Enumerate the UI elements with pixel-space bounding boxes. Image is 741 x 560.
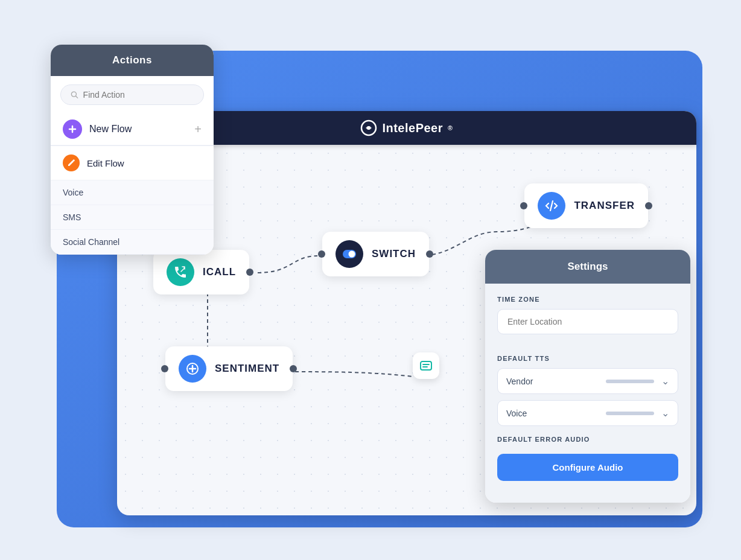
main-scene: IntelePeer® TRANSFER [39,33,702,527]
vendor-label: Vendor [506,377,606,386]
actions-header: Actions [51,45,214,76]
logo-text: IntelePeer [382,121,443,135]
timezone-section: TIME ZONE [497,296,678,345]
switch-icon [336,240,363,268]
new-flow-plus-icon[interactable]: + [194,122,202,136]
sentiment-icon [179,355,206,383]
voice-label: Voice [506,409,606,418]
menu-item-social[interactable]: Social Channel [51,230,214,255]
edit-flow-row[interactable]: Edit Flow [51,146,214,180]
transfer-icon [538,192,565,220]
new-flow-icon [63,119,82,139]
vendor-bar [606,380,654,383]
small-node[interactable] [413,352,439,379]
switch-node[interactable]: SWITCH [322,232,429,276]
svg-point-1 [367,126,370,130]
settings-title: Settings [567,261,608,272]
edit-flow-icon [63,154,80,171]
search-input[interactable] [83,90,194,100]
header-logo: IntelePeer® [360,119,453,136]
icall-label: ICALL [203,266,236,278]
svg-line-11 [76,96,78,98]
settings-body: TIME ZONE DEFAULT TTS Vendor ⌄ Voice ⌄ D… [485,284,690,503]
sentiment-dot-right [290,365,297,372]
switch-dot-left [318,250,325,258]
settings-panel: Settings TIME ZONE DEFAULT TTS Vendor ⌄ … [485,250,690,503]
voice-bar [606,412,654,415]
actions-panel: Actions New Flow + Edit Flow Voice [51,45,214,255]
vendor-select-row[interactable]: Vendor ⌄ [497,368,678,394]
tts-label: DEFAULT TTS [497,355,678,362]
transfer-dot-left [520,202,527,209]
switch-label: SWITCH [372,248,416,260]
vendor-chevron-icon: ⌄ [661,375,669,387]
edit-flow-label: Edit Flow [87,158,124,168]
menu-item-voice[interactable]: Voice [51,180,214,205]
voice-select-row[interactable]: Voice ⌄ [497,400,678,426]
error-audio-section: DEFAULT ERROR AUDIO Configure Audio [497,436,678,481]
icall-node[interactable]: ICALL [153,250,249,294]
new-flow-row[interactable]: New Flow + [51,113,214,145]
menu-item-sms[interactable]: SMS [51,205,214,230]
logo-registered: ® [448,124,453,132]
search-icon [71,91,78,99]
search-box[interactable] [60,84,204,105]
svg-rect-7 [421,361,431,370]
tts-section: DEFAULT TTS Vendor ⌄ Voice ⌄ [497,355,678,426]
configure-audio-button[interactable]: Configure Audio [497,454,678,481]
new-flow-label: New Flow [89,124,194,135]
timezone-label: TIME ZONE [497,296,678,303]
actions-title: Actions [112,54,152,66]
error-audio-label: DEFAULT ERROR AUDIO [497,436,678,443]
switch-dot-right [426,250,433,258]
settings-header: Settings [485,250,690,284]
voice-chevron-icon: ⌄ [661,407,669,419]
sentiment-label: SENTIMENT [215,363,279,375]
sentiment-node[interactable]: SENTIMENT [165,346,293,391]
transfer-node[interactable]: TRANSFER [524,183,648,228]
icall-icon [167,258,194,286]
transfer-label: TRANSFER [574,200,635,212]
icall-dot-right [246,269,253,276]
small-node-icon [419,359,433,372]
timezone-input[interactable] [497,309,678,334]
sentiment-dot-left [161,365,168,372]
logo-icon [360,119,377,136]
transfer-dot-right [645,202,652,209]
svg-point-3 [349,251,355,258]
